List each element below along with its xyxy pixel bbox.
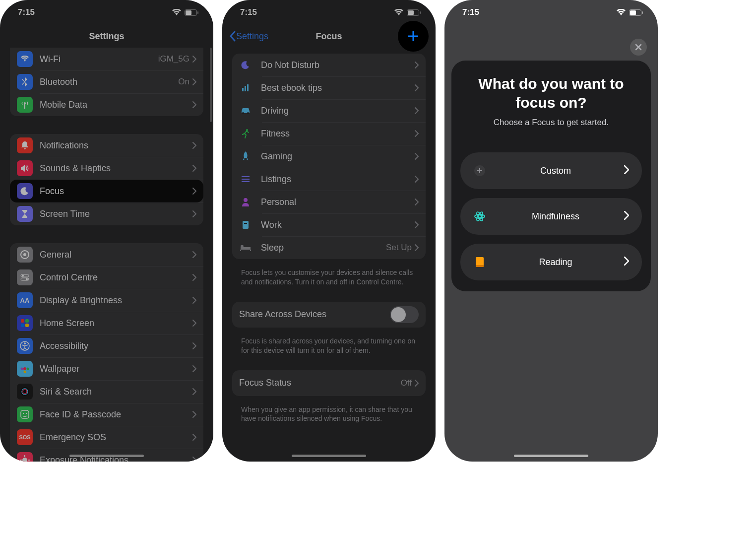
siri-icon (17, 384, 33, 400)
wifi-icon (17, 51, 33, 67)
chevron-icon (415, 244, 419, 251)
add-button[interactable] (398, 21, 429, 52)
focus-option-mindfulness[interactable]: Mindfulness (460, 198, 642, 235)
focus-status-row[interactable]: Focus Status Off (232, 370, 426, 396)
svg-point-42 (247, 112, 249, 114)
svg-point-41 (242, 112, 244, 114)
focus-mode-fitness[interactable]: Fitness (232, 122, 426, 145)
settings-row-control-centre[interactable]: Control Centre (10, 266, 203, 289)
svg-rect-4 (24, 104, 25, 109)
antenna-icon (17, 97, 33, 113)
focus-mode-work[interactable]: Work (232, 213, 426, 236)
settings-row-mobile-data[interactable]: Mobile Data (10, 93, 203, 116)
row-label: Personal (261, 197, 415, 207)
sheet-title: What do you want to focus on? (460, 74, 642, 112)
wifi-icon (394, 9, 404, 16)
option-label: Custom (487, 166, 624, 176)
focus-option-reading[interactable]: Reading (460, 244, 642, 280)
svg-rect-55 (630, 10, 636, 15)
focus-mode-driving[interactable]: Driving (232, 99, 426, 122)
option-label: Reading (487, 257, 624, 268)
svg-rect-25 (21, 410, 29, 418)
settings-list[interactable]: Wi-FiiGM_5GBluetoothOnMobile Data Notifi… (0, 48, 213, 462)
switches-icon (17, 269, 33, 285)
row-label: Screen Time (40, 209, 192, 219)
gear-icon (17, 247, 33, 263)
row-label: Home Screen (40, 318, 192, 329)
chevron-icon (192, 434, 196, 441)
settings-row-bluetooth[interactable]: BluetoothOn (10, 70, 203, 93)
chevron-icon (192, 56, 196, 63)
focus-mode-personal[interactable]: Personal (232, 191, 426, 213)
nav-bar: Settings (0, 25, 213, 48)
settings-row-home-screen[interactable]: Home Screen (10, 312, 203, 334)
status-bar: 7:15 (444, 0, 658, 25)
battery-icon (629, 9, 643, 16)
access-icon (17, 338, 33, 354)
settings-row-general[interactable]: General (10, 243, 203, 266)
back-button[interactable]: Settings (229, 31, 268, 42)
focus-mode-gaming[interactable]: Gaming (232, 145, 426, 168)
group-focus-modes: Do Not DisturbBest ebook tipsDrivingFitn… (232, 54, 426, 259)
share-switch[interactable] (390, 306, 419, 323)
row-label: Sleep (261, 243, 386, 253)
row-label: Control Centre (40, 272, 192, 283)
phone-focus: 7:15 Settings Focus Do Not DisturbBest e… (222, 0, 436, 462)
settings-row-sounds-haptics[interactable]: Sounds & Haptics (10, 157, 203, 180)
focus-mode-best-ebook-tips[interactable]: Best ebook tips (232, 76, 426, 99)
settings-row-siri-search[interactable]: Siri & Search (10, 380, 203, 403)
settings-row-notifications[interactable]: Notifications (10, 134, 203, 157)
focus-mode-listings[interactable]: Listings (232, 168, 426, 191)
settings-row-emergency-sos[interactable]: SOSEmergency SOS (10, 426, 203, 449)
settings-row-face-id-passcode[interactable]: Face ID & Passcode (10, 403, 203, 426)
svg-rect-49 (244, 223, 247, 224)
settings-row-screen-time[interactable]: Screen Time (10, 202, 203, 225)
group-network: Wi-FiiGM_5GBluetoothOnMobile Data (10, 48, 203, 116)
chevron-icon (415, 107, 419, 114)
close-button[interactable] (630, 39, 647, 56)
settings-row-accessibility[interactable]: Accessibility (10, 334, 203, 357)
focus-option-custom[interactable]: Custom (460, 152, 642, 189)
chevron-icon (192, 297, 196, 304)
chevron-icon (624, 257, 630, 268)
row-label: Emergency SOS (40, 432, 192, 443)
chevron-icon (192, 411, 196, 418)
chevron-icon (624, 165, 630, 176)
bell-icon (17, 137, 33, 153)
settings-row-wi-fi[interactable]: Wi-FiiGM_5G (10, 48, 203, 70)
focus-mode-sleep[interactable]: SleepSet Up (232, 236, 426, 259)
svg-rect-40 (247, 84, 249, 91)
battery-icon (407, 9, 421, 16)
settings-row-display-brightness[interactable]: AADisplay & Brightness (10, 289, 203, 312)
svg-point-3 (24, 102, 26, 104)
home-indicator[interactable] (514, 455, 588, 457)
share-across-devices-row[interactable]: Share Across Devices (232, 302, 426, 328)
focus-list[interactable]: Do Not DisturbBest ebook tipsDrivingFitn… (222, 54, 436, 462)
wifi-icon (172, 9, 182, 16)
chevron-icon (415, 84, 419, 91)
footer-focus-desc: Focus lets you customise your devices an… (232, 264, 426, 287)
runner-icon (239, 129, 252, 138)
svg-point-26 (23, 413, 24, 414)
svg-rect-48 (243, 221, 249, 229)
status-time: 7:15 (240, 7, 257, 17)
face-icon (17, 406, 33, 422)
home-indicator[interactable] (292, 455, 366, 457)
settings-row-focus[interactable]: Focus (10, 180, 203, 202)
plus-icon (472, 163, 487, 178)
bed-icon (239, 244, 252, 251)
svg-point-6 (23, 253, 26, 256)
scroll-indicator[interactable] (210, 48, 212, 122)
row-label: Wi-Fi (40, 54, 158, 65)
grid-icon (17, 315, 33, 331)
svg-point-28 (22, 458, 27, 462)
chevron-icon (415, 199, 419, 205)
home-indicator[interactable] (69, 455, 144, 457)
phone-settings: 7:15 Settings Wi-FiiGM_5GBluetoothOnMobi… (0, 0, 213, 462)
focus-mode-do-not-disturb[interactable]: Do Not Disturb (232, 54, 426, 76)
row-label: Focus (40, 186, 192, 197)
settings-row-wallpaper[interactable]: Wallpaper (10, 357, 203, 380)
chevron-icon (192, 210, 196, 217)
svg-rect-38 (242, 88, 244, 91)
svg-point-20 (24, 371, 26, 373)
